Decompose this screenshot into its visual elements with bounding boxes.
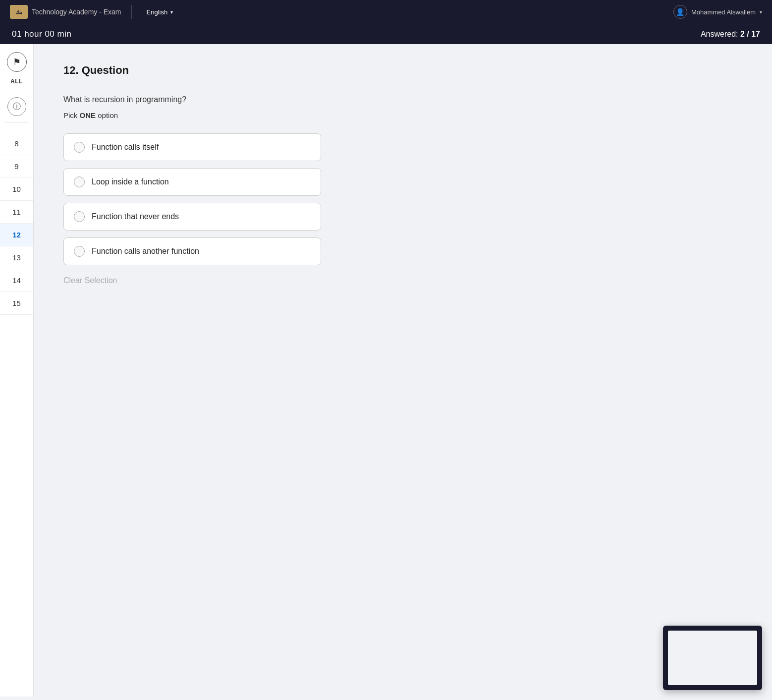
main-content: 12. Question What is recursion in progra… [34, 44, 772, 697]
language-selector[interactable]: English ▾ [142, 6, 178, 18]
logo: بنك Technology Academy - Exam [10, 5, 121, 19]
sidebar-item-12[interactable]: 12 [0, 224, 33, 246]
sidebar-item-15[interactable]: 15 [0, 292, 33, 315]
timer-display: 01 hour 00 min [12, 29, 71, 39]
option-3[interactable]: Function that never ends [63, 203, 321, 231]
user-chevron-icon: ▾ [760, 9, 762, 15]
sidebar-divider [4, 91, 29, 91]
sidebar-item-9[interactable]: 9 [0, 155, 33, 178]
options-list: Function calls itself Loop inside a func… [63, 133, 321, 265]
exam-title: Technology Academy - Exam [32, 8, 121, 16]
sidebar-item-10[interactable]: 10 [0, 178, 33, 201]
sidebar-item-14[interactable]: 14 [0, 269, 33, 292]
timer-bar: 01 hour 00 min Answered: 2 / 17 [0, 24, 772, 44]
preview-inner [668, 631, 757, 686]
option-1[interactable]: Function calls itself [63, 133, 321, 161]
chevron-down-icon: ▾ [170, 9, 173, 15]
main-layout: ⚑ ALL ⓘ 8 9 10 11 12 13 14 15 12. Questi… [0, 44, 772, 697]
sidebar-item-8[interactable]: 8 [0, 132, 33, 155]
question-text: What is recursion in programming? [63, 95, 742, 104]
info-button[interactable]: ⓘ [7, 97, 26, 116]
radio-option-3[interactable] [74, 211, 85, 222]
user-info: 👤 Mohammed Alswallem ▾ [673, 5, 762, 19]
instruction-text: Pick ONE option [63, 111, 742, 119]
radio-option-4[interactable] [74, 246, 85, 257]
option-4-label: Function calls another function [92, 247, 199, 256]
top-navigation: بنك Technology Academy - Exam English ▾ … [0, 0, 772, 24]
answered-display: Answered: 2 / 17 [701, 30, 760, 39]
sidebar-divider-2 [4, 122, 29, 122]
sidebar: ⚑ ALL ⓘ 8 9 10 11 12 13 14 15 [0, 44, 34, 697]
info-icon: ⓘ [13, 102, 21, 112]
user-name: Mohammed Alswallem [691, 8, 756, 16]
sidebar-item-13[interactable]: 13 [0, 246, 33, 269]
nav-divider [131, 5, 132, 19]
question-header: 12. Question [63, 64, 742, 85]
language-label: English [147, 8, 168, 16]
flag-icon: ⚑ [13, 57, 21, 67]
option-4[interactable]: Function calls another function [63, 237, 321, 265]
radio-option-1[interactable] [74, 142, 85, 153]
all-label[interactable]: ALL [10, 78, 23, 85]
option-1-label: Function calls itself [92, 143, 159, 152]
user-avatar-icon: 👤 [673, 5, 687, 19]
sidebar-item-11[interactable]: 11 [0, 201, 33, 224]
preview-thumbnail [663, 626, 762, 690]
radio-option-2[interactable] [74, 176, 85, 187]
logo-icon: بنك [10, 5, 28, 19]
clear-selection-button[interactable]: Clear Selection [63, 276, 742, 285]
flag-button[interactable]: ⚑ [7, 52, 27, 72]
sidebar-nav: 8 9 10 11 12 13 14 15 [0, 132, 33, 315]
option-3-label: Function that never ends [92, 212, 179, 221]
option-2-label: Loop inside a function [92, 177, 169, 186]
option-2[interactable]: Loop inside a function [63, 168, 321, 196]
